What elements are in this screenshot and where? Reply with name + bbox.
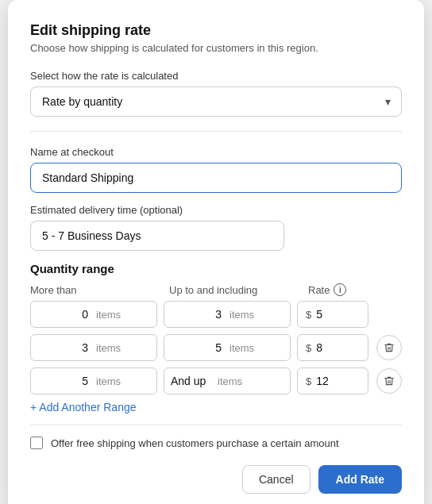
select-label: Select how the rate is calculated xyxy=(30,70,402,82)
name-input[interactable] xyxy=(30,163,402,193)
delete-placeholder-1 xyxy=(376,302,402,327)
delivery-time-input[interactable] xyxy=(30,221,284,251)
more-than-input-2[interactable] xyxy=(31,335,94,360)
range-row: items items $ xyxy=(30,301,402,328)
rate-calculation-field: Select how the rate is calculated Rate b… xyxy=(30,70,402,117)
edit-shipping-rate-modal: Edit shipping rate Choose how shipping i… xyxy=(8,0,424,504)
delete-row-3-button[interactable] xyxy=(376,368,402,394)
rate-input-2[interactable] xyxy=(314,335,354,360)
up-to-cell-1: items xyxy=(164,301,291,328)
name-label: Name at checkout xyxy=(30,146,402,158)
modal-subtitle: Choose how shipping is calculated for cu… xyxy=(30,42,402,54)
quantity-range-section: Quantity range More than Up to and inclu… xyxy=(30,262,402,449)
rate-cell-1: $ xyxy=(297,301,368,328)
trash-icon xyxy=(384,342,395,353)
quantity-range-title: Quantity range xyxy=(30,262,402,275)
modal-title: Edit shipping rate xyxy=(30,22,402,39)
range-header: More than Up to and including Rate i xyxy=(30,283,402,296)
modal-footer: Cancel Add Rate xyxy=(30,465,402,494)
add-another-range-button[interactable]: + Add Another Range xyxy=(30,401,137,414)
range-row: items items $ xyxy=(30,334,402,361)
more-than-input-1[interactable] xyxy=(31,302,94,327)
col-up-to-header: Up to and including xyxy=(169,284,308,296)
free-shipping-label: Offer free shipping when customers purch… xyxy=(51,437,339,449)
trash-icon xyxy=(384,375,395,387)
divider-1 xyxy=(30,131,402,132)
name-at-checkout-field: Name at checkout xyxy=(30,146,402,193)
up-to-cell-3: items xyxy=(164,367,291,394)
add-rate-button[interactable]: Add Rate xyxy=(318,465,402,494)
col-rate-header: Rate i xyxy=(308,283,402,296)
rate-cell-2: $ xyxy=(297,334,368,361)
more-than-cell-3: items xyxy=(30,367,157,394)
cancel-button[interactable]: Cancel xyxy=(242,465,310,494)
range-row: items items $ xyxy=(30,367,402,394)
up-to-cell-2: items xyxy=(164,334,291,361)
up-to-input-3[interactable] xyxy=(164,368,216,394)
more-than-cell-1: items xyxy=(30,301,157,328)
rate-select-wrapper: Rate by quantity Rate by weight Rate by … xyxy=(30,87,402,117)
rate-input-1[interactable] xyxy=(314,302,354,327)
free-shipping-row: Offer free shipping when customers purch… xyxy=(30,425,402,449)
rate-calculation-select[interactable]: Rate by quantity Rate by weight Rate by … xyxy=(30,87,402,117)
delivery-label: Estimated delivery time (optional) xyxy=(30,204,402,216)
free-shipping-checkbox[interactable] xyxy=(30,437,43,449)
rate-info-icon: i xyxy=(334,283,346,296)
up-to-input-2[interactable] xyxy=(164,335,228,360)
more-than-cell-2: items xyxy=(30,334,157,361)
col-more-than-header: More than xyxy=(30,284,169,296)
more-than-input-3[interactable] xyxy=(31,368,94,394)
rate-cell-3: $ xyxy=(297,367,368,394)
up-to-input-1[interactable] xyxy=(164,302,228,327)
delivery-time-field: Estimated delivery time (optional) xyxy=(30,204,402,251)
rate-input-3[interactable] xyxy=(314,368,354,394)
delete-row-2-button[interactable] xyxy=(376,335,402,360)
